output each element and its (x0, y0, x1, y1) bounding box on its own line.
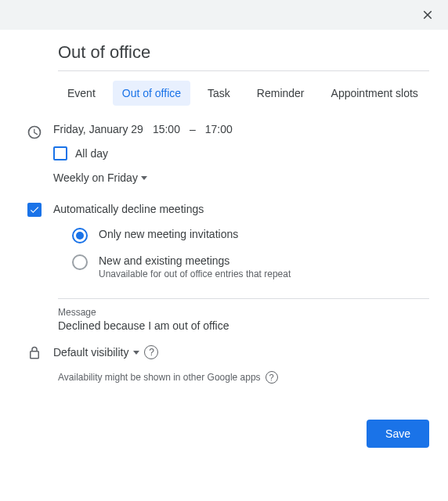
close-icon[interactable] (418, 5, 437, 24)
radio-new-only[interactable] (72, 228, 88, 243)
radio-new-only-label: Only new meeting invitations (99, 228, 238, 240)
page-title: Out of office (58, 42, 429, 63)
recurrence-label: Weekly on Friday (53, 171, 138, 184)
allday-row: All day (53, 146, 429, 160)
message-label: Message (58, 307, 429, 318)
help-icon[interactable]: ? (144, 345, 158, 359)
radio-new-existing-sub: Unavailable for out of office entries th… (99, 269, 291, 279)
tab-event[interactable]: Event (58, 81, 105, 106)
autodecline-section: Automatically decline meetings Only new … (19, 203, 429, 290)
tab-task[interactable]: Task (198, 81, 240, 106)
save-button[interactable]: Save (367, 420, 429, 448)
autodecline-label: Automatically decline meetings (53, 203, 204, 215)
tab-out-of-office[interactable]: Out of office (113, 81, 190, 106)
datetime-section: Friday, January 29 15:00 – 17:00 All day… (19, 123, 429, 195)
radio-row-new-existing: New and existing meetings Unavailable fo… (72, 254, 429, 279)
tab-reminder[interactable]: Reminder (247, 81, 314, 106)
availability-info-text: Availability might be shown in other Goo… (58, 372, 261, 383)
chevron-down-icon (133, 351, 139, 355)
visibility-dropdown[interactable]: Default visibility (53, 346, 139, 359)
divider (58, 298, 429, 299)
autodecline-checkbox[interactable] (27, 203, 42, 217)
help-icon[interactable]: ? (266, 371, 278, 384)
chevron-down-icon (141, 176, 147, 180)
end-time[interactable]: 17:00 (205, 123, 233, 135)
date-value[interactable]: Friday, January 29 (53, 123, 143, 135)
visibility-label: Default visibility (53, 346, 128, 359)
allday-label: All day (75, 147, 108, 160)
visibility-section: Default visibility ? (19, 344, 429, 360)
tab-appointment-slots[interactable]: Appointment slots (322, 81, 428, 106)
clock-icon (19, 123, 50, 195)
radio-new-existing-label: New and existing meetings (99, 254, 291, 267)
allday-checkbox[interactable] (53, 146, 67, 160)
autodecline-checkbox-wrap (19, 203, 50, 290)
title-row: Out of office (58, 42, 429, 71)
start-time[interactable]: 15:00 (153, 123, 180, 135)
radio-new-existing[interactable] (72, 254, 88, 270)
lock-icon (19, 344, 50, 360)
radio-row-new-only: Only new meeting invitations (72, 228, 429, 243)
recurrence-dropdown[interactable]: Weekly on Friday (53, 171, 429, 184)
dialog-footer: Save (0, 402, 448, 463)
dialog-content: Out of office Event Out of office Task R… (0, 30, 448, 402)
event-type-tabs: Event Out of office Task Reminder Appoin… (58, 81, 429, 106)
time-separator: – (190, 123, 196, 135)
message-value[interactable]: Declined because I am out of office (58, 319, 429, 332)
datetime-row: Friday, January 29 15:00 – 17:00 (53, 123, 429, 135)
dialog-topbar (0, 0, 448, 30)
availability-info: Availability might be shown in other Goo… (58, 371, 429, 384)
